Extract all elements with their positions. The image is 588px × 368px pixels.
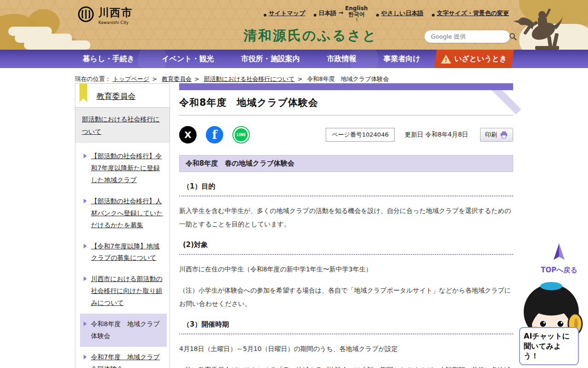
- content-top-bar: [179, 83, 513, 90]
- breadcrumb: 現在の位置： トップページ> 教育委員会> 部活動における社会移行について> 令…: [0, 68, 588, 83]
- city-emblem-icon: [77, 6, 95, 23]
- sidebar-parent-link[interactable]: 部活動における社会移行について: [75, 108, 170, 143]
- updated-date: 更新日 令和8年4月8日: [405, 131, 468, 139]
- triangle-bullet-icon: [84, 154, 87, 158]
- sidebar-heading-link[interactable]: 教育委員会: [75, 84, 170, 107]
- city-logo[interactable]: 川西市 Kawanishi City: [77, 6, 133, 25]
- sidebar-item[interactable]: 【部活動の社会移行】人材バンクへ登録していただけるかたを募集: [80, 191, 167, 236]
- city-name: 川西市: [98, 6, 133, 20]
- main-navigation: 暮らし・手続き イベント・観光 市役所・施設案内 市政情報 事業者向け ! いざ…: [0, 50, 588, 68]
- page-title: 令和8年度 地域クラブ体験会: [179, 96, 513, 109]
- header-utility-links: サイトマップ 日本語 → English 한국어 ⋮ やさしい日本語 文字サイズ…: [264, 9, 509, 22]
- breadcrumb-link-top[interactable]: トップページ: [113, 75, 149, 82]
- page-number-badge: ページ番号1024046: [326, 128, 395, 142]
- section-period: （3）開催時期 4月18日（土曜日）～5月10（日曜日）の期間のうち、各地域クラ…: [179, 320, 513, 368]
- pyramid-arrow-icon: [553, 243, 565, 260]
- ai-chat-widget[interactable]: AIチャットに 聞いてみよう！: [519, 282, 584, 367]
- triangle-bullet-icon: [84, 322, 87, 326]
- triangle-bullet-icon: [84, 276, 87, 281]
- sidebar-menu: 教育委員会 部活動における社会移行について 【部活動の社会移行】令和7年度以降新…: [75, 83, 170, 368]
- share-line-icon[interactable]: LINE: [232, 126, 250, 144]
- section-target: (2)対象 川西市に在住の中学生（令和8年度の新中学1年生〜新中学3年生） （注…: [179, 241, 513, 310]
- sidebar-item[interactable]: 川西市における部活動の社会移行に向けた取り組みについて: [80, 269, 167, 314]
- section-heading: （3）開催時期: [179, 320, 513, 334]
- section-paragraph: 4月18日（土曜日）～5月10（日曜日）の期間のうち、各地域クラブが設定: [179, 342, 513, 356]
- back-to-top-button[interactable]: TOPへ戻る: [538, 243, 580, 275]
- bullet-icon: [376, 9, 379, 16]
- section-paragraph: （注）教育委員会がとりまとめる「春の地域クラブ体験会」は上記の期間となりますが、…: [179, 363, 513, 368]
- language-current: 日本語: [318, 9, 336, 17]
- triangle-bullet-icon: [84, 244, 87, 248]
- easy-japanese-link[interactable]: やさしい日本語: [376, 9, 424, 17]
- print-button[interactable]: 印刷: [480, 128, 513, 142]
- nav-item-shisei[interactable]: 市政情報: [327, 54, 356, 64]
- triangle-bullet-icon: [84, 355, 87, 359]
- more-languages-icon[interactable]: ⋮: [345, 17, 368, 22]
- bullet-icon: [264, 9, 267, 16]
- share-facebook-icon[interactable]: f: [206, 126, 223, 144]
- section-paragraph: 川西市に在住の中学生（令和8年度の新中学1年生〜新中学3年生）: [179, 263, 513, 276]
- language-switcher[interactable]: 日本語 → English 한국어 ⋮: [313, 9, 368, 22]
- breadcrumb-link-bukatsudo[interactable]: 部活動における社会移行について: [204, 75, 294, 82]
- arrow-right-icon: →: [338, 9, 343, 16]
- search-input[interactable]: [431, 33, 509, 40]
- triangle-bullet-icon: [84, 199, 87, 203]
- share-x-icon[interactable]: X: [179, 126, 197, 144]
- city-name-en: Kawanishi City: [98, 20, 133, 25]
- nav-item-shiyakusho[interactable]: 市役所・施設案内: [241, 54, 300, 64]
- section-title-bar: 令和8年度 春の地域クラブ体験会: [179, 155, 513, 172]
- sidebar-item[interactable]: 令和7年度 地域クラブ合同体験会: [80, 347, 167, 368]
- nav-item-kurashi[interactable]: 暮らし・手続き: [83, 54, 135, 64]
- sidebar-item-current[interactable]: 令和8年度 地域クラブ体験会: [80, 314, 167, 347]
- nav-item-jigyosha[interactable]: 事業者向け: [384, 54, 420, 64]
- section-heading: （1）目的: [179, 182, 513, 196]
- section-paragraph: （注）小学生が体験会への参加を希望する場合は、各自で「地域クラブポータルサイト」…: [179, 284, 513, 310]
- accessibility-link[interactable]: 文字サイズ・背景色の変更: [432, 9, 509, 17]
- printer-icon: [500, 131, 508, 138]
- sidebar-item[interactable]: 【部活動の社会移行】令和7年度以降新たに登録した地域クラブ: [80, 146, 167, 191]
- divider: [179, 115, 513, 115]
- search-box[interactable]: [424, 30, 510, 43]
- cream-cloud-decoration: [24, 40, 90, 50]
- breadcrumb-prefix: 現在の位置：: [75, 75, 111, 82]
- ai-chat-bubble[interactable]: AIチャットに 聞いてみよう！: [519, 327, 579, 365]
- site-header: 川西市 Kawanishi City サイトマップ 日本語 → English …: [0, 0, 588, 50]
- section-heading: (2)対象: [179, 241, 513, 255]
- sidebar-item[interactable]: 【令和7年度以降】地域クラブの募集について: [80, 236, 167, 269]
- breadcrumb-link-kyoiku[interactable]: 教育委員会: [162, 75, 192, 82]
- warning-triangle-icon: !: [441, 55, 451, 63]
- emergency-label: いざというとき: [454, 54, 507, 64]
- section-paragraph: 新入学生を含む中学生が、多くの地域クラブの活動を知る機会を設け、自分に合った地域…: [179, 204, 513, 230]
- section-purpose: （1）目的 新入学生を含む中学生が、多くの地域クラブの活動を知る機会を設け、自分…: [179, 182, 513, 230]
- sitemap-link[interactable]: サイトマップ: [264, 9, 305, 17]
- site-tagline: 清和源氏のふるさと: [243, 27, 377, 45]
- bullet-icon: [313, 9, 317, 16]
- nav-item-event[interactable]: イベント・観光: [162, 54, 214, 64]
- bullet-icon: [432, 9, 435, 16]
- breadcrumb-current: 令和8年度 地域クラブ体験会: [307, 75, 389, 82]
- samurai-statue-image: [509, 0, 566, 50]
- main-content: 令和8年度 地域クラブ体験会 X f LINE ページ番号1024046 更新日…: [179, 83, 513, 368]
- emergency-nav-button[interactable]: ! いざというとき: [434, 50, 514, 68]
